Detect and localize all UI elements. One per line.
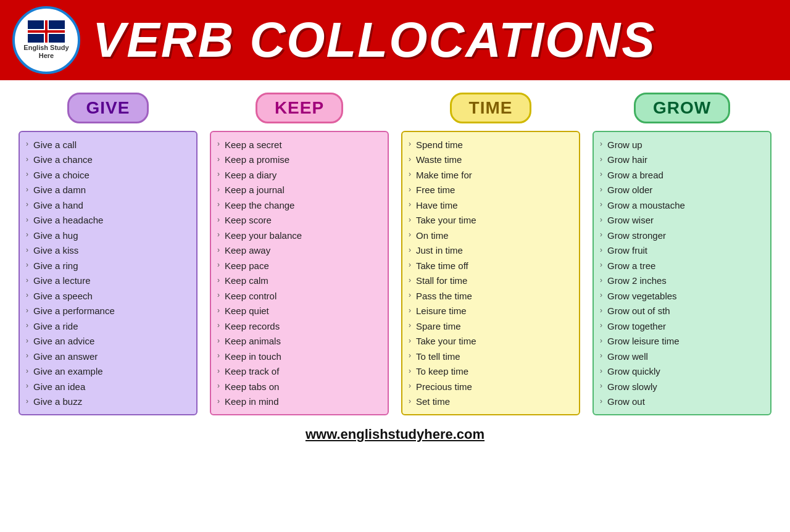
bullet-icon: › — [26, 185, 28, 195]
bullet-icon: › — [217, 139, 220, 149]
grow-list: ›Grow up›Grow hair›Grow a bread›Grow old… — [592, 131, 771, 415]
list-item: ›Give an idea — [26, 379, 190, 394]
list-item: ›Keep away — [217, 243, 381, 259]
list-item: ›Keep your balance — [217, 228, 381, 243]
list-item: ›Give a performance — [26, 304, 190, 319]
list-item: ›Keep track of — [217, 364, 381, 380]
list-item: ›Grow wiser — [600, 213, 764, 228]
grow-header: GROW — [634, 93, 730, 123]
bullet-icon: › — [409, 351, 411, 361]
bullet-icon: › — [409, 381, 411, 391]
bullet-icon: › — [600, 230, 602, 240]
list-item: ›Grow 2 inches — [600, 273, 764, 289]
list-item: ›Grow leisure time — [600, 334, 764, 349]
bullet-icon: › — [600, 260, 602, 270]
bullet-icon: › — [217, 230, 220, 240]
list-item: ›Give a headache — [26, 213, 190, 228]
list-item: ›Set time — [409, 394, 573, 410]
bullet-icon: › — [600, 291, 602, 301]
bullet-icon: › — [26, 276, 28, 286]
list-item: ›Take your time — [409, 334, 573, 349]
bullet-icon: › — [600, 397, 602, 407]
list-item: ›Give a ride — [26, 318, 190, 334]
list-item: ›Keep a promise — [217, 152, 381, 168]
bullet-icon: › — [600, 351, 602, 361]
bullet-icon: › — [600, 185, 602, 195]
bullet-icon: › — [600, 155, 602, 165]
list-item: ›Grow stronger — [600, 228, 764, 243]
list-item: ›Keep tabs on — [217, 379, 381, 394]
list-item: ›Keep a diary — [217, 167, 381, 183]
list-item: ›Keep calm — [217, 273, 381, 289]
bullet-icon: › — [26, 170, 28, 180]
bullet-icon: › — [217, 246, 220, 256]
list-item: ›Give a kiss — [26, 243, 190, 259]
time-header: TIME — [450, 93, 532, 123]
bullet-icon: › — [409, 215, 411, 225]
bullet-icon: › — [600, 276, 602, 286]
list-item: ›To tell time — [409, 349, 573, 364]
bullet-icon: › — [217, 200, 220, 210]
bullet-icon: › — [217, 397, 220, 407]
bullet-icon: › — [409, 200, 411, 210]
list-item: ›Give a speech — [26, 288, 190, 304]
bullet-icon: › — [600, 139, 602, 149]
bullet-icon: › — [26, 381, 28, 391]
list-item: ›Give an answer — [26, 349, 190, 364]
list-item: ›Grow out of sth — [600, 304, 764, 319]
bullet-icon: › — [600, 215, 602, 225]
bullet-icon: › — [600, 336, 602, 346]
list-item: ›Keep a secret — [217, 137, 381, 152]
list-item: ›Keep a journal — [217, 183, 381, 198]
bullet-icon: › — [409, 306, 411, 316]
list-item: ›Keep in touch — [217, 349, 381, 364]
list-item: ›Give a hand — [26, 197, 190, 213]
list-item: ›Have time — [409, 197, 573, 213]
bullet-icon: › — [26, 215, 28, 225]
list-item: ›Give a ring — [26, 258, 190, 273]
list-item: ›Keep in mind — [217, 394, 381, 410]
list-item: ›Keep animals — [217, 334, 381, 349]
list-item: ›Keep records — [217, 318, 381, 334]
list-item: ›Grow hair — [600, 152, 764, 168]
list-item: ›Stall for time — [409, 273, 573, 289]
main-content: GIVE ›Give a call›Give a chance›Give a c… — [0, 80, 790, 422]
bullet-icon: › — [26, 306, 28, 316]
bullet-icon: › — [600, 381, 602, 391]
list-item: ›Spend time — [409, 137, 573, 152]
list-item: ›Give a damn — [26, 183, 190, 198]
bullet-icon: › — [409, 170, 411, 180]
list-item: ›Take your time — [409, 213, 573, 228]
bullet-icon: › — [600, 170, 602, 180]
list-item: ›Keep the change — [217, 197, 381, 213]
keep-header: KEEP — [256, 93, 343, 123]
logo-text: English Study Here — [23, 44, 69, 60]
bullet-icon: › — [409, 246, 411, 256]
list-item: ›Free time — [409, 183, 573, 198]
bullet-icon: › — [217, 215, 220, 225]
list-item: ›Give an advice — [26, 334, 190, 349]
list-item: ›Keep quiet — [217, 304, 381, 319]
logo: English Study Here — [12, 6, 80, 74]
grow-column: GROW ›Grow up›Grow hair›Grow a bread›Gro… — [592, 93, 771, 415]
list-item: ›Give an example — [26, 364, 190, 380]
bullet-icon: › — [600, 306, 602, 316]
bullet-icon: › — [217, 170, 220, 180]
bullet-icon: › — [409, 155, 411, 165]
bullet-icon: › — [26, 321, 28, 331]
bullet-icon: › — [26, 155, 28, 165]
list-item: ›Take time off — [409, 258, 573, 273]
bullet-icon: › — [409, 185, 411, 195]
bullet-icon: › — [217, 276, 220, 286]
list-item: ›Grow slowly — [600, 379, 764, 394]
list-item: ›Just in time — [409, 243, 573, 259]
time-list: ›Spend time›Waste time›Make time for›Fre… — [401, 131, 580, 415]
page-title: VERB COLLOCATIONS — [93, 15, 656, 65]
bullet-icon: › — [600, 200, 602, 210]
bullet-icon: › — [26, 139, 28, 149]
bullet-icon: › — [409, 276, 411, 286]
list-item: ›Keep pace — [217, 258, 381, 273]
list-item: ›Grow older — [600, 183, 764, 198]
bullet-icon: › — [26, 397, 28, 407]
list-item: ›Grow a moustache — [600, 197, 764, 213]
